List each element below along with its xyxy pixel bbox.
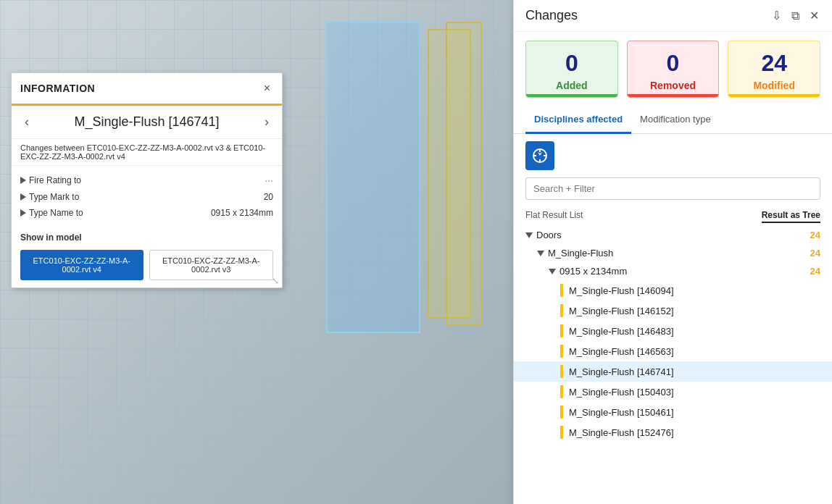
flat-result-label[interactable]: Flat Result List: [525, 210, 583, 223]
info-nav: ‹ M_Single-Flush [146741] ›: [12, 106, 282, 139]
tab-modification-type[interactable]: Modification type: [631, 106, 720, 134]
yellow-indicator: [560, 406, 563, 419]
tree-item-msingleflush[interactable]: M_Single-Flush 24: [514, 244, 832, 262]
result-headers: Flat Result List Result as Tree: [514, 206, 832, 226]
search-filter-input[interactable]: [525, 177, 820, 200]
tree-item-146094[interactable]: M_Single-Flush [146094]: [514, 280, 832, 301]
discipline-architecture-icon[interactable]: [525, 141, 554, 170]
close-panel-button[interactable]: ✕: [808, 7, 820, 24]
yellow-indicator: [560, 345, 563, 358]
yellow-indicator: [560, 324, 563, 337]
tree-item-150461[interactable]: M_Single-Flush [150461]: [514, 402, 832, 422]
change-row-typemark: Type Mark to 20: [20, 189, 273, 205]
info-changes: Fire Rating to ··· Type Mark to 20 Type …: [12, 166, 282, 227]
nav-next-button[interactable]: ›: [260, 113, 273, 131]
stat-removed-label: Removed: [633, 80, 713, 91]
info-subtitle: Changes between ETC010-EXC-ZZ-ZZ-M3-A-00…: [12, 139, 282, 166]
tree-label-150461: M_Single-Flush [150461]: [569, 407, 674, 418]
change-label-typemark: Type Mark to: [20, 192, 79, 202]
tree-label-146563: M_Single-Flush [146563]: [569, 346, 674, 357]
tree-count-doors: 24: [810, 230, 820, 240]
door-panel-blue: [326, 22, 420, 333]
model-buttons: ETC010-EXC-ZZ-ZZ-M3-A-0002.rvt v4 ETC010…: [12, 245, 282, 287]
change-value-typename: 0915 x 2134mm: [211, 208, 273, 218]
change-text-typename: Type Name to: [29, 208, 83, 218]
tree-item-150403[interactable]: M_Single-Flush [150403]: [514, 382, 832, 402]
yellow-indicator: [560, 365, 563, 378]
info-title: INFORMATION: [20, 83, 95, 94]
info-close-button[interactable]: ×: [261, 80, 273, 96]
stat-added-bar: [526, 94, 617, 97]
tree-label-150403: M_Single-Flush [150403]: [569, 387, 674, 398]
stat-added[interactable]: 0 Added: [525, 41, 618, 98]
triangle-icon-typename[interactable]: [20, 209, 26, 217]
tab-disciplines-affected[interactable]: Disciplines affected: [525, 106, 631, 134]
door-geometry: [304, 22, 493, 355]
download-icon-button[interactable]: ⇩: [770, 7, 783, 24]
stat-removed-bar: [628, 94, 719, 97]
yellow-indicator: [560, 304, 563, 317]
change-row-fire: Fire Rating to ···: [20, 172, 273, 189]
yellow-indicator: [560, 385, 563, 398]
stat-removed-count: 0: [633, 50, 713, 77]
model-btn-v3[interactable]: ETC010-EXC-ZZ-ZZ-M3-A-0002.rvt v3: [149, 250, 274, 280]
tree-item-size[interactable]: 0915 x 2134mm 24: [514, 262, 832, 280]
model-btn-v4[interactable]: ETC010-EXC-ZZ-ZZ-M3-A-0002.rvt v4: [20, 250, 143, 280]
triangle-icon-fire[interactable]: [20, 177, 26, 184]
door-frame-yellow2: [446, 22, 482, 326]
change-text-fire: Fire Rating to: [29, 175, 81, 185]
tree-label-size: 0915 x 2134mm: [559, 266, 627, 277]
tree-item-146152[interactable]: M_Single-Flush [146152]: [514, 301, 832, 321]
yellow-indicator: [560, 284, 563, 297]
tree-label-152476: M_Single-Flush [152476]: [569, 427, 674, 438]
tree-label-doors: Doors: [536, 230, 562, 240]
stat-added-label: Added: [532, 80, 612, 91]
result-list: Doors 24 M_Single-Flush 24 0915 x 2134mm…: [514, 226, 832, 504]
tree-result-label[interactable]: Result as Tree: [762, 210, 820, 223]
expand-icon-msingleflush: [537, 251, 544, 256]
stat-modified-count: 24: [734, 50, 814, 77]
stat-modified[interactable]: 24 Modified: [728, 41, 820, 98]
stat-removed[interactable]: 0 Removed: [627, 41, 720, 98]
changes-icons: ⇩ ⧉ ✕: [770, 7, 820, 24]
changes-title: Changes: [525, 8, 578, 23]
tree-item-146741[interactable]: M_Single-Flush [146741]: [514, 361, 832, 382]
tree-count-msingleflush: 24: [810, 248, 820, 259]
tree-item-146483[interactable]: M_Single-Flush [146483]: [514, 321, 832, 341]
change-text-typemark: Type Mark to: [29, 192, 79, 202]
stat-modified-label: Modified: [734, 80, 814, 91]
tree-item-152476[interactable]: M_Single-Flush [152476]: [514, 422, 832, 442]
info-header: INFORMATION ×: [12, 73, 282, 106]
show-in-model-label: Show in model: [12, 227, 282, 245]
tree-label-146741: M_Single-Flush [146741]: [569, 366, 674, 377]
nav-label: M_Single-Flush [146741]: [74, 114, 219, 130]
tree-label-146094: M_Single-Flush [146094]: [569, 285, 674, 296]
tree-item-doors[interactable]: Doors 24: [514, 226, 832, 244]
change-label-typename: Type Name to: [20, 208, 83, 218]
tree-label-146152: M_Single-Flush [146152]: [569, 306, 674, 316]
resize-handle[interactable]: ⤡: [272, 276, 279, 286]
yellow-indicator: [560, 426, 563, 439]
expand-icon-doors: [525, 232, 533, 238]
tree-label-146483: M_Single-Flush [146483]: [569, 326, 674, 337]
change-row-typename: Type Name to 0915 x 2134mm: [20, 205, 273, 221]
triangle-icon-typemark[interactable]: [20, 193, 26, 201]
expand-icon-size: [549, 269, 556, 274]
external-link-icon-button[interactable]: ⧉: [790, 8, 801, 24]
nav-prev-button[interactable]: ‹: [20, 113, 33, 131]
changes-panel: Changes ⇩ ⧉ ✕ 0 Added 0 Removed 24 Modif…: [513, 0, 832, 504]
tree-count-size: 24: [810, 266, 820, 277]
stats-row: 0 Added 0 Removed 24 Modified: [514, 32, 832, 106]
tree-item-146563[interactable]: M_Single-Flush [146563]: [514, 341, 832, 361]
change-label-fire: Fire Rating to: [20, 175, 81, 185]
tree-label-msingleflush: M_Single-Flush: [548, 248, 613, 259]
discipline-icon-row: [514, 134, 832, 177]
tabs-row: Disciplines affected Modification type: [514, 106, 832, 134]
change-value-fire: ···: [265, 175, 273, 186]
changes-header: Changes ⇩ ⧉ ✕: [514, 0, 832, 32]
stat-added-count: 0: [532, 50, 612, 77]
information-panel: INFORMATION × ‹ M_Single-Flush [146741] …: [11, 72, 283, 288]
change-value-typemark: 20: [264, 192, 273, 202]
stat-modified-bar: [728, 94, 820, 97]
